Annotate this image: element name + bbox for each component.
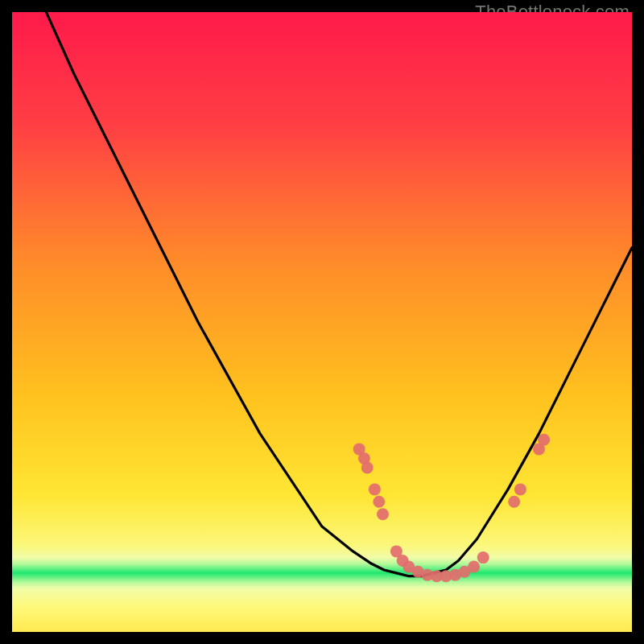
marker-dot — [508, 496, 520, 508]
marker-dot — [538, 434, 550, 446]
chart-svg — [12, 12, 632, 632]
marker-dot — [369, 483, 381, 495]
marker-dot — [477, 551, 489, 564]
marker-dot — [377, 508, 389, 520]
marker-dot — [514, 483, 526, 495]
marker-dot — [373, 496, 385, 508]
gradient-background — [12, 12, 632, 632]
chart-frame — [12, 12, 632, 632]
marker-dot — [468, 561, 480, 573]
marker-dot — [361, 462, 374, 474]
